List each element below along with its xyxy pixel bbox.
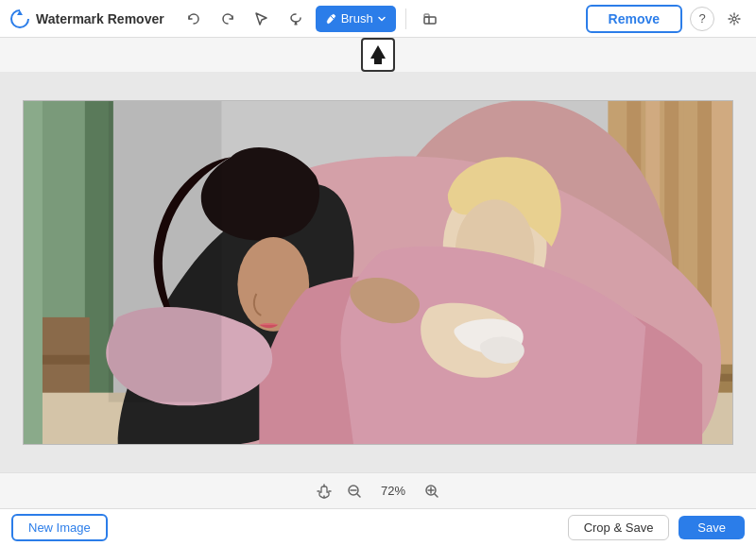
zoom-level: 72% <box>374 484 412 498</box>
svg-point-4 <box>732 17 736 21</box>
save-button[interactable]: Save <box>679 516 745 539</box>
settings-button[interactable] <box>722 7 747 31</box>
select-tool-button[interactable] <box>248 6 276 32</box>
chevron-down-icon <box>377 14 387 24</box>
remove-btn-area: Remove ? <box>586 5 747 33</box>
svg-line-36 <box>435 494 438 497</box>
arrow-up-icon <box>361 38 395 72</box>
brush-label: Brush <box>341 11 373 26</box>
canvas-area <box>0 72 756 472</box>
svg-rect-29 <box>24 101 43 444</box>
redo-button[interactable] <box>214 6 242 32</box>
logo-icon <box>9 9 30 29</box>
brush-tool-button[interactable]: Brush <box>316 6 396 32</box>
footer-right: Crop & Save Save <box>568 515 745 540</box>
undo-button[interactable] <box>180 6 208 32</box>
zoom-out-button[interactable] <box>344 481 365 502</box>
image-container <box>23 100 733 445</box>
painting <box>24 101 732 444</box>
help-button[interactable]: ? <box>690 7 714 31</box>
remove-button[interactable]: Remove <box>586 5 682 33</box>
pan-tool-button[interactable] <box>314 481 335 502</box>
svg-rect-1 <box>424 17 436 24</box>
crop-save-button[interactable]: Crop & Save <box>568 515 670 540</box>
svg-rect-3 <box>424 14 429 17</box>
footer: New Image Crop & Save Save <box>0 508 756 546</box>
arrow-indicator <box>0 38 756 72</box>
zoom-in-button[interactable] <box>421 481 442 502</box>
svg-rect-28 <box>109 101 222 402</box>
svg-line-32 <box>357 494 360 497</box>
separator <box>405 9 406 29</box>
app-title: Watermark Remover <box>36 11 164 26</box>
lasso-tool-button[interactable] <box>282 6 310 32</box>
toolbar: Watermark Remover Brush <box>0 0 756 38</box>
new-image-button[interactable]: New Image <box>11 514 108 541</box>
zoom-bar: 72% <box>0 472 756 508</box>
eraser-tool-button[interactable] <box>416 6 444 32</box>
logo-area: Watermark Remover <box>9 9 164 29</box>
